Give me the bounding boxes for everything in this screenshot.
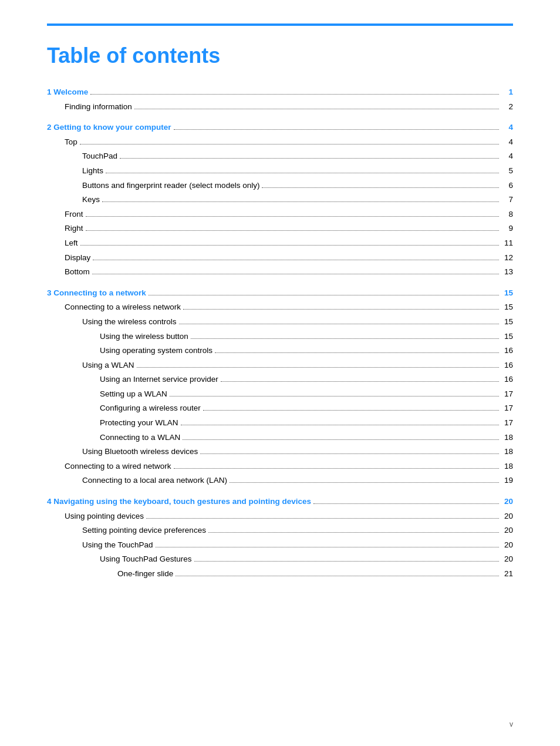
toc-entry-using-wlan: Using a WLAN16 [47,359,513,372]
toc-dots-right [86,230,499,231]
toc-page-connecting-lan: 19 [501,474,513,487]
toc-dots-using-wireless-button [191,338,499,339]
toc-dots-setting-pointing-prefs [208,532,499,533]
toc-entry-ch1: 1 Welcome1 [47,86,513,99]
toc-label-configuring-router: Configuring a wireless router [100,402,201,415]
toc-dots-finding-info [134,109,499,109]
toc-entry-using-touchpad: Using the TouchPad20 [47,539,513,552]
toc-dots-connecting-wireless [183,309,499,310]
toc-entry-using-wireless-button: Using the wireless button15 [47,330,513,343]
toc-dots-bottom [92,274,499,274]
toc-page-ch2: 4 [501,121,513,134]
page-title: Table of contents [47,43,513,68]
toc-entry-touchpad: TouchPad4 [47,150,513,163]
toc-label-using-wlan: Using a WLAN [82,359,134,372]
toc-entry-using-pointing-devices: Using pointing devices20 [47,510,513,523]
toc-page-connecting-wired: 18 [501,460,513,473]
toc-entry-bottom: Bottom13 [47,266,513,278]
toc-dots-configuring-router [203,410,499,411]
toc-dots-bluetooth [200,453,499,454]
toc-page-display: 12 [501,251,513,264]
toc-entry-left: Left11 [47,237,513,250]
toc-entry-ch3: 3 Connecting to a network15 [47,287,513,300]
toc-page-right: 9 [501,222,513,235]
toc-page-using-touchpad-gestures: 20 [501,553,513,566]
page-footer: v [510,720,513,728]
toc-page-touchpad: 4 [501,150,513,163]
toc-entry-display: Display12 [47,251,513,264]
toc-entry-protecting-wlan: Protecting your WLAN17 [47,416,513,429]
toc-label-using-touchpad: Using the TouchPad [82,539,153,552]
toc-page-bottom: 13 [501,266,513,278]
toc-entry-connecting-to-wlan: Connecting to a WLAN18 [47,431,513,444]
toc-label-buttons-fingerprint: Buttons and fingerprint reader (select m… [82,179,259,192]
toc-page-setting-up-wlan: 17 [501,388,513,401]
toc-page-connecting-to-wlan: 18 [501,431,513,444]
toc-label-front: Front [65,208,83,221]
toc-dots-connecting-lan [230,482,499,483]
toc-entry-one-finger-slide: One-finger slide21 [47,567,513,580]
toc-page-setting-pointing-prefs: 20 [501,524,513,537]
toc-page-lights: 5 [501,164,513,177]
toc-entry-using-touchpad-gestures: Using TouchPad Gestures20 [47,553,513,566]
toc-entry-buttons-fingerprint: Buttons and fingerprint reader (select m… [47,179,513,192]
toc-page-using-wireless-controls: 15 [501,315,513,328]
toc-label-ch4: 4 Navigating using the keyboard, touch g… [47,495,311,508]
toc-label-keys: Keys [82,193,100,206]
toc-dots-ch2 [174,129,499,130]
toc-page-configuring-router: 17 [501,402,513,415]
toc-label-finding-info: Finding information [65,100,132,113]
toc-label-top: Top [65,136,77,149]
toc-page-connecting-wireless: 15 [501,301,513,314]
toc-label-using-isp: Using an Internet service provider [100,373,218,386]
top-border [47,23,513,26]
toc-dots-ch3 [149,295,499,295]
toc-page-one-finger-slide: 21 [501,567,513,580]
toc-label-ch1: 1 Welcome [47,86,88,99]
toc-label-protecting-wlan: Protecting your WLAN [100,416,178,429]
toc-entry-using-wireless-controls: Using the wireless controls15 [47,315,513,328]
toc-dots-protecting-wlan [181,425,499,425]
toc-label-setting-up-wlan: Setting up a WLAN [100,388,167,401]
toc-entry-keys: Keys7 [47,193,513,206]
toc-entry-right: Right9 [47,222,513,235]
toc-dots-display [93,260,499,260]
toc-label-one-finger-slide: One-finger slide [117,567,173,580]
toc-page-using-touchpad: 20 [501,539,513,552]
toc-label-setting-pointing-prefs: Setting pointing device preferences [82,524,206,537]
toc-entry-setting-pointing-prefs: Setting pointing device preferences20 [47,524,513,537]
toc-dots-connecting-to-wlan [183,439,499,440]
toc-page-protecting-wlan: 17 [501,416,513,429]
toc-label-bottom: Bottom [65,266,90,278]
toc-label-using-touchpad-gestures: Using TouchPad Gestures [100,553,192,566]
toc-entry-ch2: 2 Getting to know your computer4 [47,121,513,134]
toc-entry-front: Front8 [47,208,513,221]
toc-dots-ch4 [313,503,499,504]
toc-page-ch3: 15 [501,287,513,300]
toc-dots-lights [106,173,499,173]
toc-entry-setting-up-wlan: Setting up a WLAN17 [47,388,513,401]
toc-dots-using-touchpad-gestures [194,561,499,562]
toc-entry-connecting-wireless: Connecting to a wireless network15 [47,301,513,314]
toc-label-connecting-lan: Connecting to a local area network (LAN) [82,474,227,487]
toc-page-using-pointing-devices: 20 [501,510,513,523]
toc-label-ch2: 2 Getting to know your computer [47,121,171,134]
toc-dots-left [80,245,499,246]
toc-page-finding-info: 2 [501,100,513,113]
toc-page-top: 4 [501,136,513,149]
toc-page-keys: 7 [501,193,513,206]
toc-entry-connecting-lan: Connecting to a local area network (LAN)… [47,474,513,487]
toc-label-using-pointing-devices: Using pointing devices [65,510,144,523]
toc-dots-touchpad [120,158,499,159]
toc-dots-using-os-controls [215,352,499,353]
toc-dots-using-touchpad [156,547,499,547]
toc-page-left: 11 [501,237,513,250]
toc-dots-front [86,216,499,217]
toc-entry-using-isp: Using an Internet service provider16 [47,373,513,386]
toc-page-using-isp: 16 [501,373,513,386]
toc-page-using-wlan: 16 [501,359,513,372]
toc-label-connecting-wired: Connecting to a wired network [65,460,171,473]
toc-dots-one-finger-slide [176,576,499,576]
toc-entry-lights: Lights5 [47,164,513,177]
toc-label-lights: Lights [82,164,103,177]
